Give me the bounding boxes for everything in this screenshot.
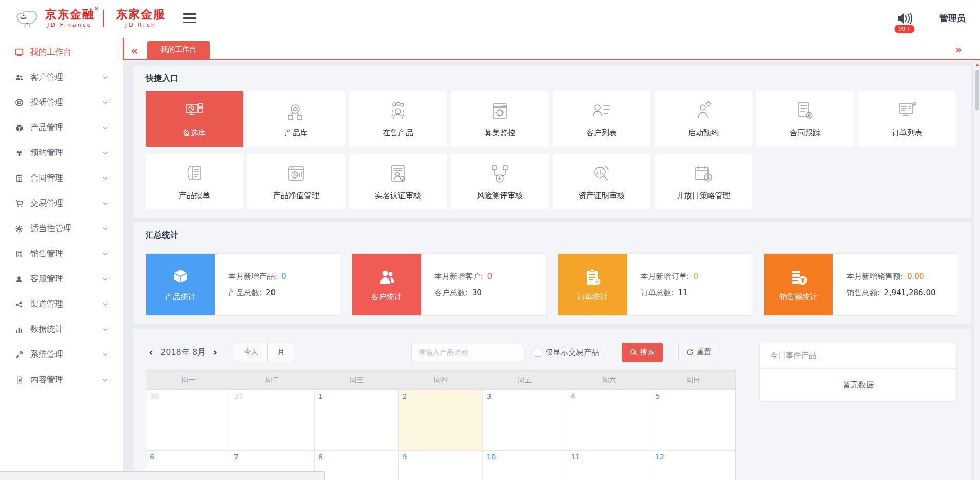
tile-realname-audit[interactable]: 实名认证审核: [349, 154, 447, 209]
reset-button[interactable]: 重置: [678, 343, 719, 362]
tile-risk-assessment-audit[interactable]: 风险测评审核: [451, 154, 549, 209]
calendar-day-cell[interactable]: 30: [146, 390, 230, 450]
tile-fundraising-monitor[interactable]: 募集监控: [451, 91, 549, 147]
people-stat-icon: [376, 267, 397, 288]
chevron-down-icon: [102, 151, 108, 155]
calendar-day-cell[interactable]: 31: [230, 390, 315, 450]
sidebar-item-label: 预约管理: [30, 148, 63, 158]
sidebar-item-suitability-mgmt[interactable]: 适当性管理: [0, 216, 122, 241]
stat-line-value: 30: [472, 288, 482, 297]
stat-block-label: 销售额统计: [779, 292, 818, 302]
product-search-input[interactable]: [411, 344, 523, 361]
sidebar-item-system-mgmt[interactable]: 系统管理: [0, 342, 122, 367]
calendar-toolbar: ‹ 2018年 8月 › 今天 月 仅显示交易产品 搜索: [146, 343, 736, 362]
open-day-strategy-icon: [692, 163, 715, 186]
sidebar-item-customer-service-mgmt[interactable]: 客服管理: [0, 266, 122, 292]
calendar-day-cell[interactable]: 1: [315, 390, 399, 450]
channel-icon: [14, 300, 24, 309]
tile-onsale-products[interactable]: 在售产品: [349, 91, 447, 147]
realname-audit-icon: [386, 163, 410, 186]
collapse-tabs-left-icon[interactable]: «: [131, 45, 138, 57]
calendar-day-cell[interactable]: 11: [567, 451, 651, 480]
calendar-day-cell[interactable]: 8: [315, 451, 399, 480]
tile-contract-tracking[interactable]: 合同跟踪: [756, 91, 854, 147]
tile-product-declaration[interactable]: 产品报单: [146, 154, 243, 209]
notification-badge: 99+: [894, 25, 914, 33]
cube-icon: [14, 123, 24, 132]
start-reservation-icon: [692, 100, 715, 123]
stat-block-customers: 客户统计: [352, 254, 421, 315]
tile-label: 开放日策略管理: [677, 191, 731, 201]
tile-label: 募集监控: [484, 128, 515, 138]
tile-asset-proof-audit[interactable]: 资产证明审核: [553, 154, 650, 209]
sidebar-item-label: 客服管理: [30, 274, 63, 285]
sidebar-item-data-statistics[interactable]: 数据统计: [0, 317, 122, 342]
calendar-day-cell[interactable]: 10: [483, 451, 567, 480]
sidebar-item-trade-mgmt[interactable]: 交易管理: [0, 191, 122, 216]
calendar-day-cell[interactable]: 12: [651, 451, 735, 480]
onsale-products-icon: [386, 100, 410, 123]
tile-candidate-library[interactable]: 备选库: [146, 91, 243, 147]
calendar-day-cell[interactable]: 5: [651, 390, 735, 450]
calendar-day-cell[interactable]: 4: [567, 390, 651, 450]
quick-entry-row-2: 产品报单 产品净值管理 实名认证审核 风险测评审核 资产证明审核: [146, 154, 958, 209]
tile-open-day-strategy[interactable]: 开放日策略管理: [655, 154, 752, 209]
sidebar-item-label: 合同管理: [30, 173, 63, 184]
today-button[interactable]: 今天: [234, 343, 267, 362]
tile-product-library[interactable]: 产品库: [247, 91, 345, 147]
sidebar-item-contract-mgmt[interactable]: 合同管理: [0, 166, 122, 191]
calendar-day-cell[interactable]: 3: [483, 390, 567, 450]
sidebar-item-customer-mgmt[interactable]: 客户管理: [0, 65, 122, 90]
vertical-scrollbar[interactable]: [974, 61, 980, 480]
scrollbar-thumb[interactable]: [975, 70, 979, 110]
next-month-button[interactable]: ›: [210, 347, 221, 358]
logo-subtext-secondary: JD Rich: [125, 22, 156, 28]
sidebar-item-sales-mgmt[interactable]: 销售管理: [0, 241, 122, 266]
user-icon: [14, 275, 24, 283]
tile-product-nav-mgmt[interactable]: 产品净值管理: [247, 154, 345, 209]
trade-products-filter[interactable]: 仅显示交易产品: [534, 348, 599, 358]
quick-entry-panel: 快捷入口 备选库 产品库 在售产品 募集监控: [133, 66, 971, 218]
calendar-day-cell[interactable]: 9: [399, 451, 483, 480]
tile-start-reservation[interactable]: 启动预约: [655, 91, 752, 147]
clipboard-icon: [14, 174, 24, 183]
sidebar-item-channel-mgmt[interactable]: 渠道管理: [0, 292, 122, 317]
top-header: 京东金融® JD Finance 东家金服 JD Rich 99+ 管理员: [0, 0, 980, 37]
search-button[interactable]: 搜索: [622, 343, 663, 362]
notification-speaker-icon[interactable]: 99+: [896, 11, 913, 26]
current-user[interactable]: 管理员: [939, 12, 966, 24]
reset-button-label: 重置: [697, 348, 711, 357]
asset-proof-icon: [590, 163, 613, 186]
customer-list-icon: [590, 100, 613, 123]
tile-label: 合同跟踪: [790, 128, 821, 138]
collapse-tabs-right-icon[interactable]: »: [955, 44, 963, 56]
stat-line-label: 本月新增销售额:: [846, 272, 903, 281]
scrollbar-up-arrow-icon[interactable]: [975, 63, 979, 66]
calendar-day-cell-today[interactable]: 2: [399, 390, 483, 450]
product-library-icon: [284, 100, 308, 123]
order-list-icon: [895, 100, 919, 123]
stat-card-sales: ¥ 销售额统计 本月新增销售额:0.00 销售总额:2,941,286.00: [764, 253, 958, 316]
chevron-down-icon: [102, 226, 108, 231]
sidebar-item-label: 数据统计: [30, 324, 63, 335]
tab-my-workbench[interactable]: 我的工作台: [147, 41, 210, 59]
sidebar-item-product-mgmt[interactable]: 产品管理: [0, 115, 122, 140]
month-view-button[interactable]: 月: [267, 343, 294, 362]
browser-status-tooltip: [0, 471, 325, 480]
tile-customer-list[interactable]: 客户列表: [553, 91, 650, 147]
stat-line-label: 本月新增订单:: [641, 272, 689, 281]
weekday-label: 周二: [230, 371, 315, 389]
stat-block-label: 产品统计: [165, 292, 196, 302]
hamburger-menu-icon[interactable]: [183, 13, 196, 23]
sidebar-item-my-workbench[interactable]: 我的工作台: [0, 40, 122, 65]
sidebar-item-research-mgmt[interactable]: 投研管理: [0, 90, 122, 115]
stat-line-label: 本月新增客户:: [434, 272, 483, 281]
checkbox-icon[interactable]: [534, 349, 541, 357]
tile-order-list[interactable]: 订单列表: [858, 91, 956, 147]
sidebar-item-content-mgmt[interactable]: 内容管理: [0, 367, 122, 393]
weekday-label: 周三: [314, 371, 398, 389]
prev-month-button[interactable]: ‹: [146, 347, 156, 358]
calendar-area: ‹ 2018年 8月 › 今天 月 仅显示交易产品 搜索: [146, 343, 736, 480]
calendar-month-label: 2018年 8月: [160, 347, 206, 358]
sidebar-item-reservation-mgmt[interactable]: ¥ 预约管理: [0, 140, 122, 166]
